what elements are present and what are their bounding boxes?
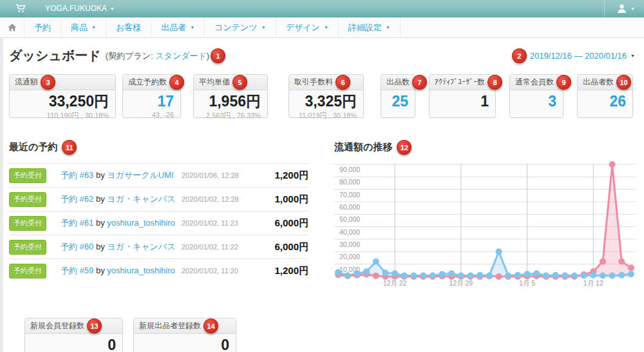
- annotation-badge-8: 8: [488, 75, 502, 90]
- nav-item-label: 商品: [71, 22, 88, 34]
- stat-label: ｱｸﾃｨﾌﾞﾕｰｻﾞｰ数: [435, 77, 485, 88]
- booking-row: 予約受付 予約 #63 by ヨガサークルUMI 2020/01/06, 12:…: [9, 163, 308, 187]
- stat-label: 平均単価: [199, 77, 230, 88]
- seller-link[interactable]: ヨガ・キャンバス: [107, 194, 175, 204]
- nav-item-label: 詳細設定: [348, 22, 382, 34]
- nav-item-label: コンテンツ: [214, 22, 258, 34]
- nav-item-reservations[interactable]: 予約: [24, 17, 61, 37]
- plan-suffix: ): [207, 51, 209, 61]
- nav-item-home[interactable]: [0, 17, 24, 37]
- stat-card-body: 17 43, -26: [123, 90, 180, 119]
- seller-link[interactable]: ヨガサークルUMI: [107, 170, 173, 180]
- page-header: ダッシュボード (契約プラン: スタンダード) 1 2 2019/12/16 —…: [0, 38, 644, 64]
- booking-description: 予約 #63 by ヨガサークルUMI: [61, 170, 182, 181]
- stat-value: 0: [140, 336, 229, 352]
- stat-value: 1: [436, 92, 489, 110]
- booking-by-text: by: [96, 242, 105, 251]
- stat-card-header: 出品数 7: [381, 75, 415, 90]
- stat-subvalue: 110,190円 , 30.18%: [16, 111, 109, 121]
- stat-card-bookings-count: 成立予約数 4 17 43, -26: [122, 74, 181, 118]
- booking-link[interactable]: 予約 #62: [61, 194, 93, 204]
- nav-item-contents[interactable]: コンテンツ ▼: [205, 17, 276, 37]
- sales-trend-chart: 90,00080,00070,00060,00050,00040,00030,0…: [334, 162, 635, 291]
- stat-value: 3,325円: [296, 92, 357, 110]
- nav-item-products[interactable]: 商品 ▼: [61, 17, 106, 37]
- nav-item-label: 出品者: [161, 22, 186, 34]
- stat-card-average-price: 平均単価 5 1,956円 2,563円 , 76.33%: [193, 74, 268, 118]
- annotation-badge-4: 4: [169, 75, 184, 90]
- stat-card-listings-count: 出品数 7 25: [381, 74, 415, 118]
- nav-item-design[interactable]: デザイン ▼: [276, 17, 339, 37]
- stat-value: 17: [129, 92, 174, 110]
- stats-row: 流通額 3 33,250円 110,190円 , 30.18% 成立予約数 4 …: [0, 74, 644, 118]
- annotation-badge-2: 2: [512, 48, 527, 63]
- nav-items: 予約 商品 ▼ お客様 出品者 ▼ コンテンツ ▼ デザイン ▼ 詳細設定 ▼: [24, 17, 401, 37]
- date-range-picker[interactable]: 2 2019/12/16 — 2020/01/16 ▼: [512, 48, 635, 63]
- stat-subvalue: 11,019円 , 30.18%: [296, 111, 357, 121]
- sales-trend-section: 流通額の推移 12 90,00080,00070,00060,00050,000…: [334, 140, 635, 291]
- booking-row: 予約受付 予約 #60 by ヨガ・キャンバス 2020/01/02, 11:2…: [9, 235, 308, 259]
- booking-link[interactable]: 予約 #60: [61, 242, 93, 251]
- nav-item-customers[interactable]: お客様: [106, 17, 151, 37]
- page-left-gutter: [0, 38, 3, 352]
- status-badge: 予約受付: [9, 264, 46, 279]
- stat-value: 33,250円: [16, 92, 109, 110]
- main-content: 最近の予約 11 予約受付 予約 #63 by ヨガサークルUMI 2020/0…: [0, 140, 644, 291]
- chevron-down-icon: ▼: [110, 6, 115, 11]
- booking-link[interactable]: 予約 #59: [61, 266, 93, 275]
- stat-card-header: 新規会員登録数 13: [25, 318, 122, 334]
- stat-card-body: 0: [25, 334, 122, 352]
- brand-label: YOGA.FUKUOKA: [45, 4, 107, 13]
- topbar: YOGA.FUKUOKA ▼ ▼: [0, 0, 644, 17]
- booking-link[interactable]: 予約 #63: [61, 170, 93, 180]
- annotation-badge-3: 3: [41, 75, 55, 90]
- svg-text:80,000: 80,000: [339, 178, 360, 186]
- page-title: ダッシュボード: [9, 47, 101, 64]
- svg-text:50,000: 50,000: [339, 215, 360, 223]
- seller-link[interactable]: ヨガ・キャンバス: [107, 242, 175, 251]
- booking-row: 予約受付 予約 #59 by yoshiura_toshihiro 2020/0…: [9, 259, 308, 282]
- cart-icon[interactable]: [15, 4, 26, 13]
- stat-label: 出品者数: [583, 77, 614, 88]
- status-badge: 予約受付: [9, 216, 46, 231]
- booking-amount: 6,000円: [254, 217, 308, 230]
- stat-card-sellers-count: 出品者数 10 26: [577, 74, 633, 118]
- plan-link[interactable]: スタンダード: [155, 51, 207, 61]
- brand-menu[interactable]: YOGA.FUKUOKA ▼: [45, 4, 115, 13]
- user-icon: [616, 4, 627, 14]
- nav-item-settings[interactable]: 詳細設定 ▼: [339, 17, 401, 37]
- stat-card-body: 1: [430, 90, 495, 110]
- stat-value: 0: [32, 336, 116, 352]
- booking-description: 予約 #61 by yoshiura_toshihiro: [61, 217, 182, 229]
- date-range-label[interactable]: 2019/12/16 — 2020/01/16: [530, 51, 627, 61]
- booking-by-text: by: [96, 218, 105, 228]
- booking-description: 予約 #62 by ヨガ・キャンバス: [61, 193, 182, 205]
- bottom-stats-row: 新規会員登録数 13 0 新規出品者登録数 14 0: [0, 318, 644, 352]
- annotation-badge-12: 12: [397, 140, 412, 155]
- plan-text: (契約プラン: スタンダード): [106, 50, 209, 62]
- stat-label: 出品数: [386, 77, 410, 88]
- stat-card-header: 平均単価 5: [194, 75, 267, 90]
- booking-datetime: 2020/01/02, 11:20: [182, 267, 254, 275]
- seller-link[interactable]: yoshiura_toshihiro: [107, 218, 175, 228]
- nav-item-sellers[interactable]: 出品者 ▼: [151, 17, 205, 37]
- topbar-divider: [604, 0, 605, 17]
- chevron-down-icon: ▼: [91, 25, 96, 30]
- user-menu[interactable]: ▼: [616, 4, 635, 14]
- main-nav: 予約 商品 ▼ お客様 出品者 ▼ コンテンツ ▼ デザイン ▼ 詳細設定 ▼: [0, 17, 644, 38]
- stat-card-header: 新規出品者登録数 14: [134, 318, 236, 334]
- annotation-badge-5: 5: [232, 75, 247, 90]
- stat-card-new-member-signups: 新規会員登録数 13 0: [24, 318, 123, 352]
- plan-prefix: (契約プラン:: [106, 51, 155, 61]
- svg-text:30,000: 30,000: [339, 240, 360, 248]
- stat-card-transaction-fees: 取引手数料 6 3,325円 11,019円 , 30.18%: [289, 74, 364, 118]
- booking-link[interactable]: 予約 #61: [61, 218, 93, 228]
- stat-card-header: 成立予約数 4: [123, 75, 180, 90]
- cart-icon-glyph: [15, 4, 26, 13]
- annotation-badge-9: 9: [556, 75, 571, 90]
- seller-link[interactable]: yoshiura_toshihiro: [107, 266, 175, 275]
- stat-card-header: 通常会員数 9: [510, 75, 563, 90]
- stat-card-new-seller-signups: 新規出品者登録数 14 0: [133, 318, 236, 352]
- annotation-badge-1: 1: [211, 48, 225, 63]
- stat-card-body: 26: [578, 90, 632, 110]
